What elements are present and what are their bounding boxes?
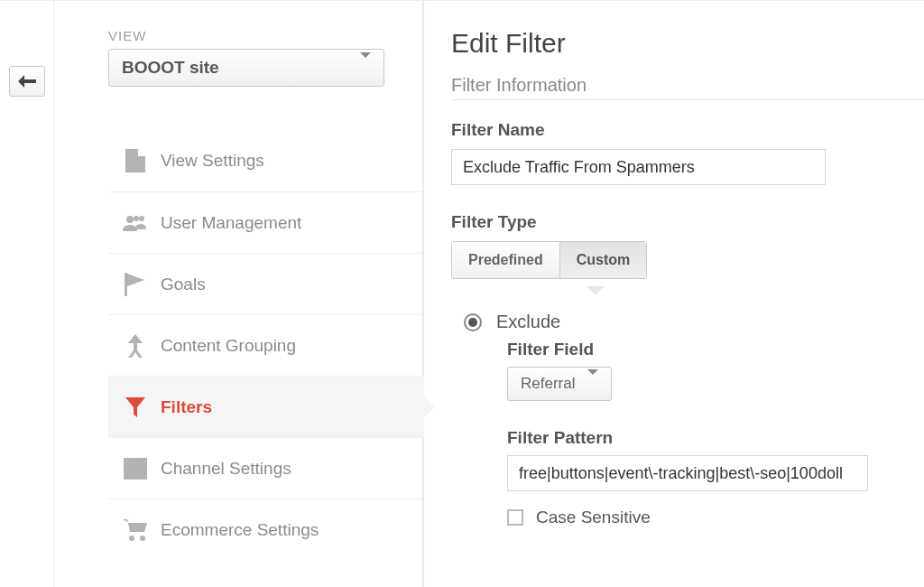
sidebar-item-label: Goals [161,275,206,294]
merge-icon [116,334,155,358]
case-sensitive-label: Case Sensitive [536,508,651,527]
funnel-icon [116,396,155,418]
svg-point-2 [139,216,144,221]
chevron-down-icon [587,375,598,393]
filter-field-value: Referral [521,375,575,393]
page-title: Edit Filter [451,28,924,59]
filter-field-label: Filter Field [507,340,924,359]
view-dropdown-value: BOOOT site [122,58,219,78]
svg-point-6 [140,536,145,541]
sidebar-item-channel-settings[interactable]: Channel Settings [108,437,424,498]
sidebar-item-user-management[interactable]: User Management [108,191,424,253]
svg-point-1 [134,216,139,221]
chevron-down-icon [360,58,371,78]
svg-rect-3 [125,273,127,296]
filter-type-label: Filter Type [451,212,924,232]
svg-point-0 [126,216,134,223]
view-dropdown[interactable]: BOOOT site [108,49,384,87]
view-section-label: VIEW [108,28,422,43]
tab-custom[interactable]: Custom [559,242,647,278]
svg-point-5 [129,536,134,541]
filter-type-tabs: Predefined Custom [451,241,647,279]
filter-field-dropdown[interactable]: Referral [507,367,612,401]
sidebar-item-label: View Settings [161,151,264,171]
sidebar-item-content-grouping[interactable]: Content Grouping [108,314,424,376]
sidebar-item-goals[interactable]: Goals [108,253,424,314]
flag-icon [116,273,155,296]
section-title: Filter Information [451,75,924,100]
filter-name-label: Filter Name [451,120,924,140]
back-button[interactable] [9,66,45,97]
swap-icon [116,458,155,480]
case-sensitive-checkbox[interactable] [507,509,523,526]
sidebar-item-label: Channel Settings [161,459,291,479]
sidebar-item-ecommerce-settings[interactable]: Ecommerce Settings [108,498,424,560]
arrow-left-icon [18,75,36,88]
cart-icon [116,519,155,541]
tab-active-pointer-icon [587,286,605,295]
sidebar-item-label: Ecommerce Settings [161,520,319,540]
filter-pattern-label: Filter Pattern [507,428,924,448]
radio-exclude-label: Exclude [496,312,560,332]
document-icon [116,149,155,172]
filter-pattern-input[interactable] [507,455,868,491]
filter-name-input[interactable] [451,149,826,185]
sidebar-item-filters[interactable]: Filters [108,376,424,437]
sidebar-item-label: Content Grouping [161,336,296,356]
sidebar-item-label: User Management [161,213,301,233]
sidebar-item-label: Filters [161,397,212,417]
users-icon [116,215,155,231]
svg-rect-4 [124,458,147,480]
tab-predefined[interactable]: Predefined [452,242,559,278]
radio-exclude[interactable] [464,313,482,331]
sidebar-item-view-settings[interactable]: View Settings [108,130,424,191]
